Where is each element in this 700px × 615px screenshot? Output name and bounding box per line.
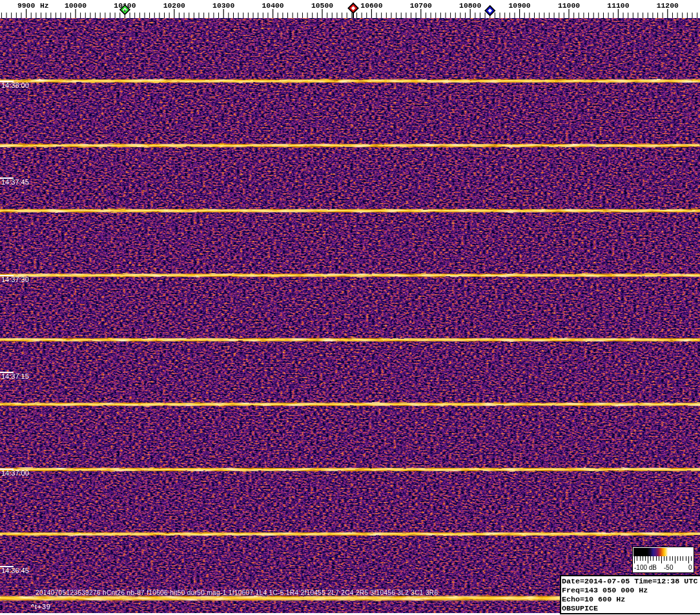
svg-text:10500: 10500 <box>311 2 333 10</box>
svg-text:Hz: Hz <box>40 2 49 10</box>
svg-text:10900: 10900 <box>509 2 531 10</box>
svg-text:10000: 10000 <box>65 2 87 10</box>
svg-text:10300: 10300 <box>212 2 234 10</box>
svg-text:11000: 11000 <box>558 2 580 10</box>
svg-text:11200: 11200 <box>657 2 679 10</box>
svg-text:10400: 10400 <box>262 2 284 10</box>
svg-text:10600: 10600 <box>360 2 382 10</box>
svg-text:11100: 11100 <box>607 2 629 10</box>
svg-text:10800: 10800 <box>459 2 481 10</box>
svg-text:10200: 10200 <box>163 2 185 10</box>
svg-text:9900: 9900 <box>17 2 36 10</box>
svg-text:10700: 10700 <box>410 2 432 10</box>
